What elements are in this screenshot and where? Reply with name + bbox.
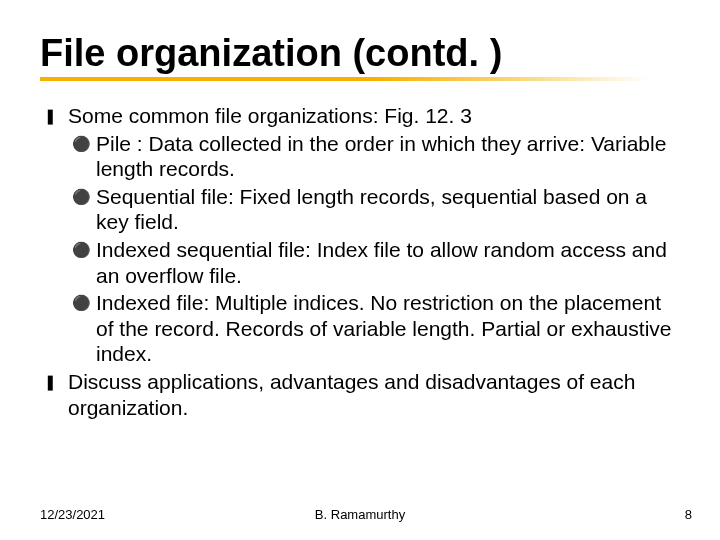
- square-bullet-icon: ❚: [44, 373, 57, 391]
- footer-page: 8: [685, 507, 692, 522]
- bullet-level2: ⚫ Indexed sequential file: Index file to…: [40, 237, 680, 288]
- bullet-text: Some common file organizations: Fig. 12.…: [68, 104, 472, 127]
- bullet-text: Pile : Data collected in the order in wh…: [96, 132, 666, 181]
- title-underline: [40, 77, 650, 81]
- bullet-text: Indexed sequential file: Index file to a…: [96, 238, 667, 287]
- slide: File organization (contd. ) ❚ Some commo…: [0, 0, 720, 540]
- footer-author: B. Ramamurthy: [0, 507, 720, 522]
- bullet-text: Indexed file: Multiple indices. No restr…: [96, 291, 671, 365]
- bullet-text: Discuss applications, advantages and dis…: [68, 370, 635, 419]
- bullet-text: Sequential file: Fixed length records, s…: [96, 185, 647, 234]
- dot-bullet-icon: ⚫: [72, 294, 91, 312]
- bullet-level2: ⚫ Pile : Data collected in the order in …: [40, 131, 680, 182]
- slide-body: ❚ Some common file organizations: Fig. 1…: [40, 103, 680, 420]
- slide-title: File organization (contd. ): [40, 32, 680, 75]
- dot-bullet-icon: ⚫: [72, 241, 91, 259]
- dot-bullet-icon: ⚫: [72, 188, 91, 206]
- dot-bullet-icon: ⚫: [72, 135, 91, 153]
- bullet-level1: ❚ Some common file organizations: Fig. 1…: [40, 103, 680, 129]
- square-bullet-icon: ❚: [44, 107, 57, 125]
- bullet-level2: ⚫ Sequential file: Fixed length records,…: [40, 184, 680, 235]
- bullet-level1: ❚ Discuss applications, advantages and d…: [40, 369, 680, 420]
- bullet-level2: ⚫ Indexed file: Multiple indices. No res…: [40, 290, 680, 367]
